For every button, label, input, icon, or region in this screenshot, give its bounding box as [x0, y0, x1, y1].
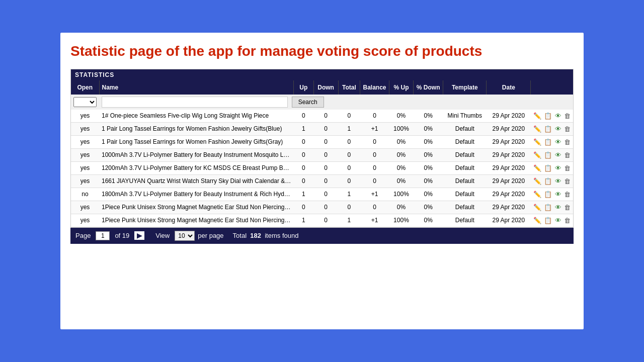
edit-icon[interactable]: ✏️ [533, 138, 541, 146]
delete-icon[interactable]: 🗑 [564, 191, 571, 198]
view-icon[interactable]: 👁 [555, 191, 561, 198]
table-row: yes1000mAh 3.7V Li-Polymer Battery for B… [71, 148, 573, 161]
table-cell: Default [443, 201, 487, 214]
view-icon[interactable]: 👁 [555, 112, 561, 120]
copy-icon[interactable]: 📋 [544, 191, 552, 198]
col-pct-up: % Up [389, 80, 413, 95]
table-cell: 29 Apr 2020 [487, 148, 531, 161]
col-open: Open [71, 80, 99, 95]
table-cell: 1 [338, 214, 360, 227]
view-icon[interactable]: 👁 [555, 217, 561, 224]
copy-icon[interactable]: 📋 [544, 125, 552, 133]
view-icon[interactable]: 👁 [555, 164, 561, 172]
table-cell: Mini Thumbs [443, 110, 487, 123]
view-icon[interactable]: 👁 [555, 125, 561, 133]
table-cell: 0% [414, 148, 443, 161]
view-icon[interactable]: 👁 [555, 177, 561, 185]
total-label: Total [233, 232, 247, 239]
delete-icon[interactable]: 🗑 [564, 151, 571, 159]
table-cell: Default [443, 148, 487, 161]
action-cell: ✏️ 📋 👁 🗑 [531, 110, 573, 123]
copy-icon[interactable]: 📋 [544, 164, 552, 172]
col-template: Template [443, 80, 487, 95]
edit-icon[interactable]: ✏️ [533, 151, 541, 159]
edit-icon[interactable]: ✏️ [533, 177, 541, 185]
search-input[interactable] [102, 97, 288, 108]
table-cell: 0% [414, 122, 443, 135]
table-cell: yes [71, 174, 99, 188]
col-up: Up [294, 80, 313, 95]
page-title: Statistic page of the app for manage vot… [70, 43, 574, 60]
table-cell: 29 Apr 2020 [487, 122, 531, 135]
table-cell: 1 [338, 122, 360, 135]
table-cell: yes [71, 110, 99, 123]
table-cell: 0 [338, 110, 360, 123]
table-cell: 0 [313, 122, 338, 135]
view-label: View [155, 232, 170, 239]
col-total: Total [338, 80, 360, 95]
table-cell: 0 [338, 201, 360, 214]
statistics-table: Open Name Up Down Total Balance % Up % D… [71, 80, 573, 227]
next-page-button[interactable]: ▶ [134, 231, 144, 240]
total-suffix: items found [265, 232, 298, 239]
table-cell: 0% [414, 174, 443, 188]
action-cell: ✏️ 📋 👁 🗑 [531, 122, 573, 135]
table-row: yes1200mAh 3.7V Li-Polymer Battery for K… [71, 161, 573, 174]
view-icon[interactable]: 👁 [555, 204, 561, 211]
table-cell: no [71, 188, 99, 201]
per-page-select[interactable]: 10 25 50 [175, 231, 195, 241]
action-cell: ✏️ 📋 👁 🗑 [531, 214, 573, 227]
table-cell: 0 [294, 110, 313, 123]
table-cell: 0% [414, 214, 443, 227]
copy-icon[interactable]: 📋 [544, 217, 552, 224]
table-row: no1800mAh 3.7V Li-Polymer Battery for Be… [71, 188, 573, 201]
table-cell: 0% [389, 201, 413, 214]
table-cell: +1 [360, 214, 389, 227]
table-cell: 0 [360, 174, 389, 188]
edit-icon[interactable]: ✏️ [533, 164, 541, 172]
table-cell: 29 Apr 2020 [487, 174, 531, 188]
table-cell: 29 Apr 2020 [487, 201, 531, 214]
view-icon[interactable]: 👁 [555, 138, 561, 146]
delete-icon[interactable]: 🗑 [564, 204, 571, 211]
delete-icon[interactable]: 🗑 [564, 125, 571, 133]
table-cell: 0 [338, 148, 360, 161]
open-filter-select[interactable]: yes no [73, 97, 97, 107]
copy-icon[interactable]: 📋 [544, 151, 552, 159]
table-row: yes1 Pair Long Tassel Earrings for Women… [71, 122, 573, 135]
copy-icon[interactable]: 📋 [544, 204, 552, 211]
table-cell: 100% [389, 188, 413, 201]
table-cell: 0 [313, 214, 338, 227]
copy-icon[interactable]: 📋 [544, 138, 552, 146]
edit-icon[interactable]: ✏️ [533, 125, 541, 133]
table-cell: 1000mAh 3.7V Li-Polymer Battery for Beau… [99, 148, 294, 161]
table-cell: 1661 JIAYUYAN Quartz Wrist Watch Starry … [99, 174, 294, 188]
delete-icon[interactable]: 🗑 [564, 138, 571, 146]
action-cell: ✏️ 📋 👁 🗑 [531, 201, 573, 214]
table-cell: +1 [360, 188, 389, 201]
edit-icon[interactable]: ✏️ [533, 217, 541, 224]
delete-icon[interactable]: 🗑 [564, 164, 571, 172]
action-cell: ✏️ 📋 👁 🗑 [531, 188, 573, 201]
copy-icon[interactable]: 📋 [544, 177, 552, 185]
page-input[interactable] [96, 231, 110, 240]
search-button[interactable]: Search [292, 97, 324, 108]
table-cell: 1 Pair Long Tassel Earrings for Women Fa… [99, 135, 294, 148]
table-header-row: Open Name Up Down Total Balance % Up % D… [71, 80, 573, 95]
table-cell: 0% [414, 161, 443, 174]
edit-icon[interactable]: ✏️ [533, 204, 541, 211]
table-cell: 0% [414, 135, 443, 148]
table-cell: 1Piece Punk Unisex Strong Magnet Magneti… [99, 201, 294, 214]
table-cell: 1 [294, 214, 313, 227]
view-icon[interactable]: 👁 [555, 151, 561, 159]
table-cell: 1 Pair Long Tassel Earrings for Women Fa… [99, 122, 294, 135]
edit-icon[interactable]: ✏️ [533, 191, 541, 198]
table-cell: yes [71, 201, 99, 214]
delete-icon[interactable]: 🗑 [564, 217, 571, 224]
table-cell: 0 [313, 135, 338, 148]
delete-icon[interactable]: 🗑 [564, 112, 571, 120]
copy-icon[interactable]: 📋 [544, 112, 552, 120]
section-header: STATISTICS [71, 69, 573, 80]
delete-icon[interactable]: 🗑 [564, 177, 571, 185]
edit-icon[interactable]: ✏️ [533, 112, 541, 120]
